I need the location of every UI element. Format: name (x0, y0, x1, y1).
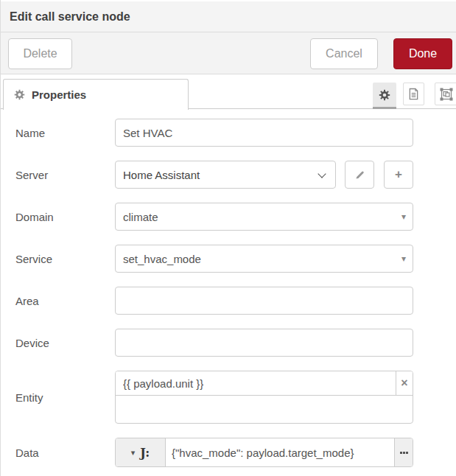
delete-button[interactable]: Delete (8, 38, 72, 69)
domain-label: Domain (15, 211, 115, 223)
object-group-icon (440, 88, 453, 101)
jsonata-type-icon: J: (140, 446, 150, 460)
name-input[interactable] (115, 119, 413, 147)
server-select[interactable]: Home Assistant (115, 161, 336, 189)
edit-call-service-node-dialog: Edit call service node Delete Cancel Don… (0, 0, 456, 476)
entity-row: Entity × (15, 371, 456, 424)
pencil-icon (354, 169, 365, 181)
properties-form: Name Server Home Assistant (1, 109, 456, 467)
entity-list-empty-area[interactable] (116, 396, 413, 423)
device-input[interactable] (115, 329, 413, 357)
device-row: Device (15, 329, 456, 357)
document-icon (408, 88, 419, 100)
cancel-button[interactable]: Cancel (310, 38, 378, 69)
expand-editor-button[interactable] (394, 438, 413, 466)
domain-input[interactable] (115, 203, 413, 231)
entity-list: × (115, 371, 413, 424)
name-row: Name (15, 119, 456, 147)
done-button[interactable]: Done (393, 38, 452, 69)
data-label: Data (15, 447, 115, 459)
action-bar: Delete Cancel Done (1, 32, 456, 74)
node-description-button[interactable] (403, 83, 424, 105)
tab-properties-label: Properties (32, 88, 86, 101)
entity-list-item: × (116, 371, 413, 396)
plus-icon: + (395, 167, 402, 182)
data-type-button[interactable]: ▾ J: (116, 438, 166, 466)
gear-icon (14, 89, 25, 100)
node-properties-button[interactable] (373, 83, 396, 109)
server-select-value: Home Assistant (123, 169, 200, 181)
server-row: Server Home Assistant + (15, 161, 456, 189)
entity-input[interactable] (116, 371, 396, 395)
service-input[interactable] (115, 245, 413, 273)
data-row: Data ▾ J: (15, 438, 456, 467)
area-row: Area (15, 287, 456, 315)
server-label: Server (15, 169, 115, 181)
area-label: Area (15, 295, 115, 307)
chevron-down-icon (318, 169, 326, 178)
data-input[interactable] (166, 438, 394, 466)
data-typed-input: ▾ J: (115, 438, 413, 467)
node-appearance-button[interactable] (435, 83, 456, 105)
dialog-title: Edit call service node (1, 1, 456, 32)
ellipsis-icon (400, 452, 408, 454)
caret-down-icon: ▾ (131, 448, 136, 458)
close-icon: × (401, 377, 407, 389)
gear-icon (379, 89, 390, 101)
service-label: Service (15, 253, 115, 265)
remove-entity-button[interactable]: × (396, 371, 413, 395)
device-label: Device (15, 337, 115, 349)
tab-bar: Properties (1, 74, 456, 109)
service-row: Service ▾ (15, 245, 456, 273)
add-server-button[interactable]: + (384, 161, 413, 189)
entity-label: Entity (15, 391, 115, 404)
name-label: Name (15, 127, 115, 139)
tab-properties[interactable]: Properties (3, 79, 189, 110)
dialog-header: Edit call service node (1, 1, 456, 32)
edit-server-button[interactable] (345, 161, 374, 189)
area-input[interactable] (115, 287, 413, 315)
domain-row: Domain ▾ (15, 203, 456, 231)
